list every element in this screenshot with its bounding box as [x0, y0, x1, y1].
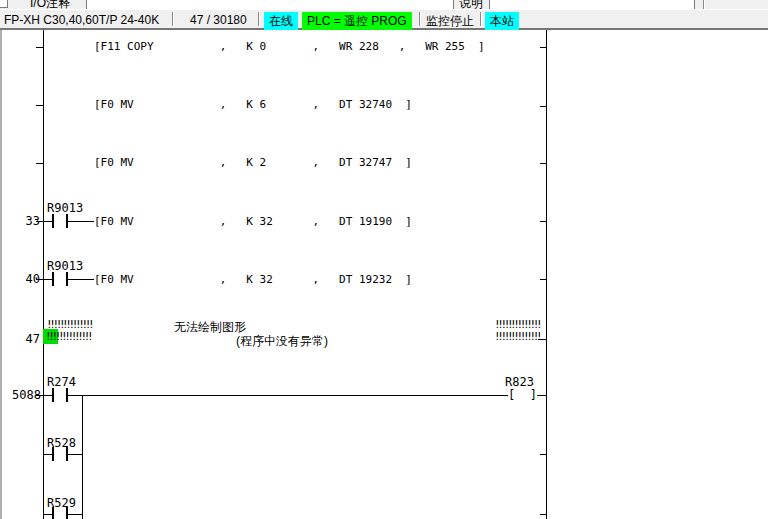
rung-wire: [68, 395, 508, 396]
contact-wire: [43, 454, 52, 455]
comment-label: I/O注释: [30, 0, 70, 9]
rung-number: 47: [0, 332, 40, 346]
rung-number: 40: [0, 272, 40, 286]
contact-wire: [538, 339, 546, 340]
rung-number: 5088: [0, 388, 41, 402]
contact-wire: [36, 221, 52, 222]
instruction-f0-mv[interactable]: [F0 MV , K 6 , DT 32740 ]: [94, 98, 412, 111]
rung-tick: [540, 47, 546, 48]
coil-symbol[interactable]: [ ]: [508, 388, 537, 402]
rung-tick: [540, 106, 546, 107]
error-marks: !!!!!!!!!!!!!!: [45, 330, 90, 343]
toolbar-edge-box: [0, 0, 8, 8]
contact-label: R9013: [47, 201, 83, 215]
contact-symbol[interactable]: [52, 447, 54, 461]
rung-tick: [36, 163, 44, 164]
status-separator: [172, 12, 174, 26]
contact-symbol[interactable]: [52, 214, 54, 228]
contact-label: R9013: [47, 259, 83, 273]
error-submessage: (程序中没有异常): [236, 333, 328, 350]
comment-input[interactable]: [86, 0, 454, 9]
status-bar: FP-XH C30,40,60T/P 24-40K 47 / 30180 在线 …: [0, 9, 768, 30]
description-label: 说明: [459, 0, 483, 9]
contact-symbol[interactable]: [66, 507, 68, 519]
contact-wire: [68, 279, 94, 280]
status-separator: [258, 12, 260, 26]
monitor-status-label[interactable]: 监控停止: [426, 13, 474, 30]
rung-tick: [540, 279, 546, 280]
plc-mode-badge[interactable]: PLC = 遥控 PROG: [302, 12, 412, 32]
instruction-f0-mv[interactable]: [F0 MV , K 2 , DT 32747 ]: [94, 156, 412, 169]
rung-tick: [540, 163, 546, 164]
rung-number: 33: [0, 214, 40, 228]
comment-toolbar-row: I/O注释 说明: [0, 0, 768, 9]
instruction-f0-mv[interactable]: [F0 MV , K 32 , DT 19190 ]: [94, 215, 412, 228]
contact-symbol[interactable]: [52, 507, 54, 519]
contact-wire: [68, 514, 82, 515]
contact-wire: [36, 279, 52, 280]
plc-model-label: FP-XH C30,40,60T/P 24-40K: [4, 13, 159, 27]
contact-symbol[interactable]: [52, 272, 54, 286]
instruction-f0-mv[interactable]: [F0 MV , K 32 , DT 19232 ]: [94, 273, 412, 286]
contact-wire: [68, 454, 82, 455]
contact-wire: [36, 395, 52, 396]
coil-label: R823: [505, 375, 534, 389]
coil-wire: [537, 395, 546, 396]
description-input[interactable]: [489, 0, 695, 9]
ladder-editor-area[interactable]: [F11 COPY , K 0 , WR 228 , WR 255 ] [F0 …: [0, 30, 768, 519]
station-badge[interactable]: 本站: [485, 12, 519, 32]
contact-wire: [43, 514, 52, 515]
branch-bus: [82, 395, 83, 519]
instruction-f11-copy[interactable]: [F11 COPY , K 0 , WR 228 , WR 255 ]: [94, 40, 485, 53]
rung-tick: [540, 221, 546, 222]
rung-tick: [540, 514, 546, 515]
rung-tick: [540, 454, 546, 455]
contact-wire: [68, 221, 94, 222]
left-bus-bar: [43, 30, 44, 519]
contact-symbol[interactable]: [52, 388, 54, 402]
error-marks: !!!!!!!!!!!!!!: [494, 330, 539, 343]
right-bus-bar: [546, 30, 547, 519]
toolbar-separator: [703, 0, 705, 9]
rung-tick: [36, 47, 44, 48]
status-separator: [480, 12, 482, 26]
contact-label: R274: [47, 375, 76, 389]
status-separator: [419, 12, 421, 26]
step-position-label: 47 / 30180: [190, 13, 247, 27]
online-badge[interactable]: 在线: [264, 12, 298, 32]
rung-tick: [36, 105, 44, 106]
